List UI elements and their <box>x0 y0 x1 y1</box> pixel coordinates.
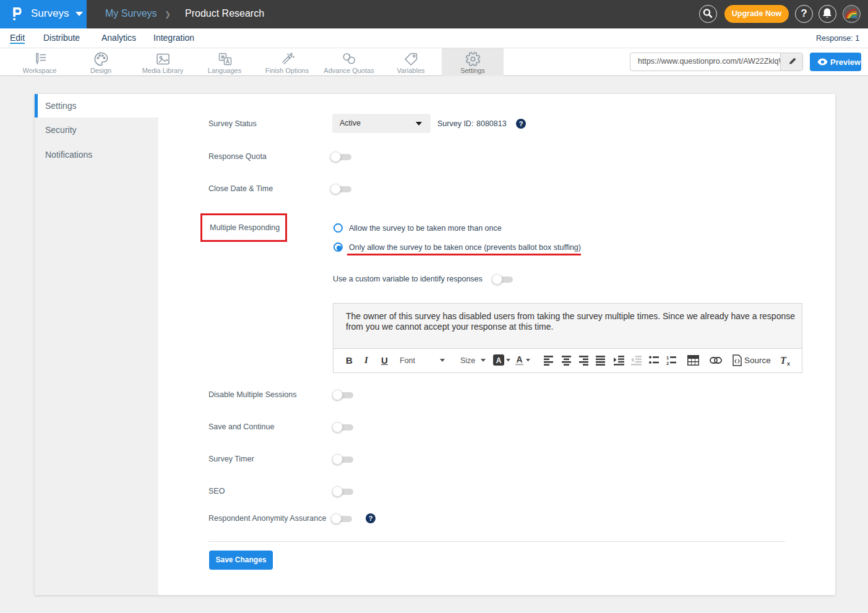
svg-text:2: 2 <box>666 361 669 366</box>
svg-text:T: T <box>780 355 787 366</box>
svg-text:1: 1 <box>666 356 669 361</box>
svg-text:x: x <box>787 361 790 366</box>
svg-text:A: A <box>516 354 522 364</box>
svg-text:A: A <box>496 356 502 365</box>
